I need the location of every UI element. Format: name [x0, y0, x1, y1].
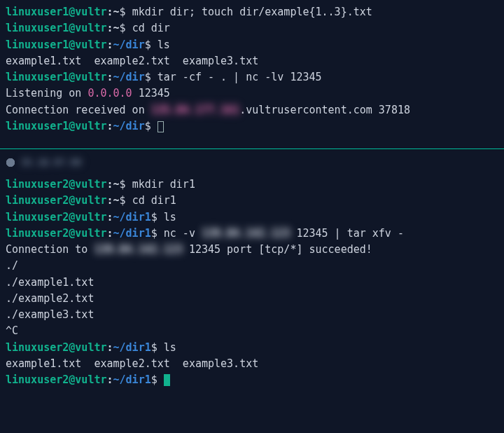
prompt-line: linuxuser2@vultr:~/dir1$ ls [6, 340, 498, 356]
prompt-line: linuxuser1@vultr:~$ cd dir [6, 20, 498, 36]
ip-address-redacted: 135.84.177.161 [151, 104, 239, 116]
ip-address-redacted: 139.84.142.123 [94, 243, 182, 256]
terminal-pane-bottom[interactable]: linuxuser2@vultr:~$ mkdir dir1 linuxuser… [0, 172, 504, 402]
output-line: ./example3.txt [6, 307, 498, 323]
output-line: ./ [6, 258, 498, 274]
cursor-icon [164, 374, 170, 386]
ip-address: 0.0.0.0 [88, 87, 132, 99]
output-line: example1.txt example2.txt example3.txt [6, 356, 498, 372]
output-line: example1.txt example2.txt example3.txt [6, 53, 498, 69]
prompt-line: linuxuser2@vultr:~$ cd dir1 [6, 193, 498, 209]
prompt-line: linuxuser2@vultr:~/dir1$ nc -v 139.84.14… [6, 226, 498, 242]
titlebar-ip-redacted: 35.18.97.90 [21, 156, 81, 170]
prompt-user: linuxuser1@vultr [6, 6, 107, 18]
prompt-line: linuxuser2@vultr:~$ mkdir dir1 [6, 177, 498, 193]
terminal-pane-top[interactable]: linuxuser1@vultr:~$ mkdir dir; touch dir… [0, 0, 504, 149]
command-text: mkdir dir; touch dir/example{1..3}.txt [132, 6, 372, 18]
output-line: ./example1.txt [6, 275, 498, 291]
prompt-line: linuxuser2@vultr:~/dir1$ [6, 372, 498, 388]
output-line: Listening on 0.0.0.0 12345 [6, 85, 498, 102]
prompt-line: linuxuser2@vultr:~/dir1$ ls [6, 209, 498, 226]
pane-titlebar: 35.18.97.90 [0, 150, 504, 172]
ip-address-redacted: 139.84.142.123 [202, 227, 290, 240]
ubuntu-icon [6, 158, 15, 167]
output-line: ^C [6, 323, 498, 339]
cursor-icon [158, 121, 164, 132]
prompt-line: linuxuser1@vultr:~$ mkdir dir; touch dir… [6, 4, 498, 20]
output-line: Connection to 139.84.142.123 12345 port … [6, 242, 498, 258]
prompt-line: linuxuser1@vultr:~/dir$ ls [6, 37, 498, 53]
output-line: ./example2.txt [6, 291, 498, 307]
prompt-line: linuxuser1@vultr:~/dir$ tar -cf - . | nc… [6, 69, 498, 85]
prompt-line: linuxuser1@vultr:~/dir$ [6, 118, 498, 135]
output-line: Connection received on 135.84.177.161.vu… [6, 102, 498, 118]
